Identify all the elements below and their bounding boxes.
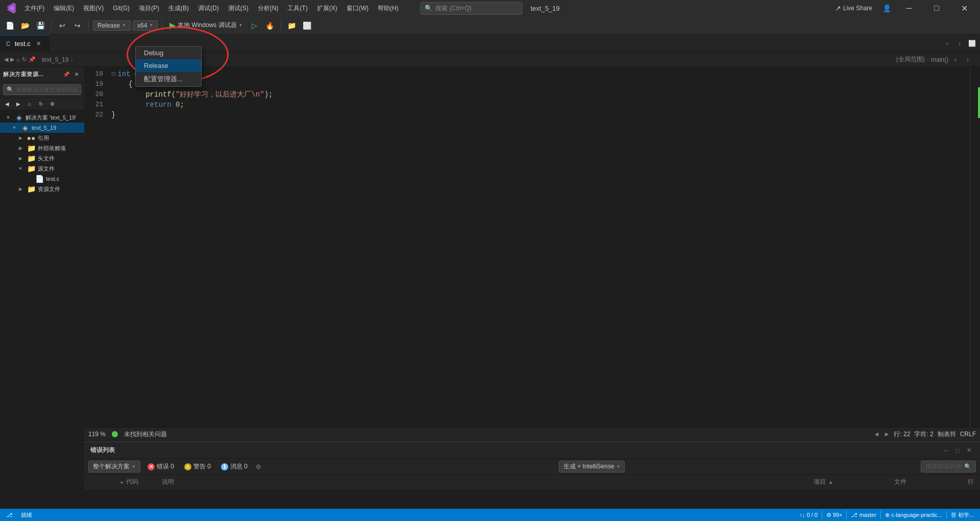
- close-button[interactable]: ✕: [952, 0, 976, 16]
- editor-scroll-down[interactable]: ›: [963, 55, 973, 65]
- open-file-button[interactable]: 📂: [18, 19, 32, 32]
- save-button[interactable]: 💾: [34, 19, 47, 32]
- search-error-box[interactable]: 搜索错误列表 🔍: [921, 461, 976, 472]
- more-button[interactable]: ⬜: [301, 19, 314, 32]
- tab-scroll-right[interactable]: ›: [954, 38, 965, 49]
- header-expand-arrow[interactable]: ▶: [16, 154, 24, 162]
- sidebar-settings-btn[interactable]: ⚙: [47, 99, 57, 109]
- sidebar-refresh-btn[interactable]: ↻: [36, 99, 46, 109]
- solution-expand-arrow[interactable]: ▼: [4, 113, 12, 122]
- menu-build[interactable]: 生成(B): [164, 2, 193, 15]
- menu-help[interactable]: 帮助(H): [374, 2, 403, 15]
- status-git-icon[interactable]: ⎇: [4, 512, 15, 518]
- menu-window[interactable]: 窗口(W): [342, 2, 373, 15]
- arch-dropdown[interactable]: x64 ▼: [133, 20, 158, 31]
- nav-sync-icon: ↻: [22, 56, 27, 63]
- col-line[interactable]: 行: [968, 478, 974, 486]
- run-button[interactable]: ▶ 本地 Windows 调试器 ▼: [166, 19, 246, 31]
- header-files-label: 头文件: [38, 155, 55, 162]
- sidebar-nav-btn-1[interactable]: ◀: [2, 99, 12, 109]
- sidebar-nav-btn-2[interactable]: ▶: [13, 99, 23, 109]
- config-option-debug[interactable]: Debug: [136, 46, 201, 59]
- tab-split[interactable]: ⬜: [967, 38, 977, 49]
- code-content[interactable]: ⊟ int main () { printf (: [107, 67, 970, 427]
- toolbar-separator-4: [281, 20, 281, 31]
- menu-analyze[interactable]: 分析(N): [254, 2, 283, 15]
- scope-dropdown[interactable]: 整个解决方案 ▼: [88, 461, 140, 472]
- config-dropdown[interactable]: Release ▼: [93, 20, 131, 31]
- start-debug-button[interactable]: ▷: [248, 19, 261, 32]
- tab-close-button[interactable]: ✕: [35, 40, 43, 48]
- warning-badge[interactable]: ⚠ 警告 0: [181, 461, 214, 472]
- project-expand-arrow[interactable]: ▼: [10, 124, 18, 132]
- menu-debug[interactable]: 调试(D): [194, 2, 223, 15]
- fire-icon-button[interactable]: 🔥: [263, 19, 277, 32]
- config-option-manager[interactable]: 配置管理器...: [136, 72, 201, 86]
- status-project-info[interactable]: ⊕ c-language-practic...: [883, 512, 944, 518]
- source-expand-arrow[interactable]: ▼: [16, 164, 24, 173]
- tree-external-deps[interactable]: ▶ 📁 外部依赖项: [0, 143, 84, 153]
- col-file[interactable]: 文件: [894, 478, 906, 486]
- tree-resource-files[interactable]: ▶ 📁 资源文件: [0, 184, 84, 194]
- message-badge[interactable]: ℹ 消息 0: [218, 461, 251, 472]
- menu-file[interactable]: 文件(F): [20, 2, 48, 15]
- sidebar-nav-btn-3[interactable]: ⌂: [24, 99, 35, 109]
- maximize-button[interactable]: □: [925, 0, 948, 16]
- scroll-indicator: [978, 87, 980, 118]
- config-dropdown-arrow: ▼: [122, 23, 126, 28]
- config-option-release[interactable]: Release: [136, 59, 201, 72]
- tree-header-files[interactable]: ▶ 📁 头文件: [0, 153, 84, 163]
- menu-view[interactable]: 视图(V): [79, 2, 108, 15]
- sidebar-pin-button[interactable]: 📌: [62, 70, 71, 79]
- menu-tools[interactable]: 工具(T): [283, 2, 311, 15]
- tree-references[interactable]: ▶ ●● 引用: [0, 133, 84, 143]
- breadcrumb-function[interactable]: main(): [931, 56, 948, 63]
- tab-test-c[interactable]: C test.c ✕: [0, 35, 50, 53]
- status-branch[interactable]: ⎇ master: [849, 512, 878, 518]
- breadcrumb-dropdown1[interactable]: (全局范围): [896, 55, 925, 64]
- tree-solution[interactable]: ▼ ◈ 解决方案 'text_5_19': [0, 112, 84, 123]
- status-arrows[interactable]: ↑↓ 0 / 0: [797, 512, 819, 518]
- resource-expand-arrow[interactable]: ▶: [16, 185, 24, 193]
- scroll-left-indicator[interactable]: ◄: [874, 431, 880, 438]
- col-desc[interactable]: 说明: [162, 478, 174, 486]
- editor-scroll-up[interactable]: ‹: [950, 55, 961, 65]
- account-icon[interactable]: 👤: [880, 2, 893, 14]
- menu-git[interactable]: Git(G): [109, 3, 134, 14]
- status-ready: 就绪: [19, 511, 34, 519]
- references-expand-arrow[interactable]: ▶: [16, 134, 24, 142]
- folder-button[interactable]: 📁: [285, 19, 299, 32]
- tree-source-files[interactable]: ▼ 📁 源文件: [0, 163, 84, 174]
- filter-icon-button[interactable]: ⚙: [255, 463, 263, 471]
- search-box[interactable]: 🔍 搜索 (Ctrl+Q): [420, 2, 522, 15]
- scroll-right-indicator[interactable]: ►: [884, 431, 890, 438]
- status-extra[interactable]: 答 初学...: [949, 511, 976, 519]
- editor-scrollbar[interactable]: [970, 67, 980, 427]
- notif-count: 99+: [833, 512, 843, 518]
- menu-project[interactable]: 项目(P): [135, 2, 163, 15]
- redo-button[interactable]: ↪: [71, 19, 84, 32]
- new-file-button[interactable]: 📄: [3, 19, 16, 32]
- live-share-button[interactable]: ↗ Live Share: [831, 3, 876, 14]
- tab-scroll-left[interactable]: ‹: [942, 38, 952, 49]
- panel-float-button[interactable]: □: [952, 445, 963, 456]
- undo-button[interactable]: ↩: [56, 19, 69, 32]
- editor-container: 18 19 20 21 22 ⊟ int main (): [84, 67, 980, 427]
- menu-edit[interactable]: 编辑(E): [50, 2, 78, 15]
- ext-deps-expand-arrow[interactable]: ▶: [16, 144, 24, 152]
- status-notifications[interactable]: ⚙ 99+: [824, 512, 845, 518]
- zoom-control[interactable]: 119 %: [88, 431, 106, 438]
- tree-project[interactable]: ▼ ◈ text_5_19: [0, 123, 84, 133]
- sidebar-close-button[interactable]: ✕: [72, 70, 81, 79]
- tree-test-c[interactable]: 📄 test.c: [0, 174, 84, 184]
- menu-test[interactable]: 测试(S): [224, 2, 253, 15]
- panel-minimize-button[interactable]: ─: [941, 445, 951, 456]
- toolbar-separator-3: [162, 20, 162, 31]
- error-badge[interactable]: ✕ 错误 0: [144, 461, 177, 472]
- menu-extensions[interactable]: 扩展(X): [313, 2, 341, 15]
- col-project[interactable]: 项目 ▲: [814, 478, 833, 486]
- col-code[interactable]: ▸ 代码: [121, 478, 141, 486]
- panel-close-button[interactable]: ✕: [964, 445, 974, 456]
- build-filter-dropdown[interactable]: 生成 + IntelliSense ▼: [559, 461, 625, 472]
- minimize-button[interactable]: ─: [897, 0, 921, 16]
